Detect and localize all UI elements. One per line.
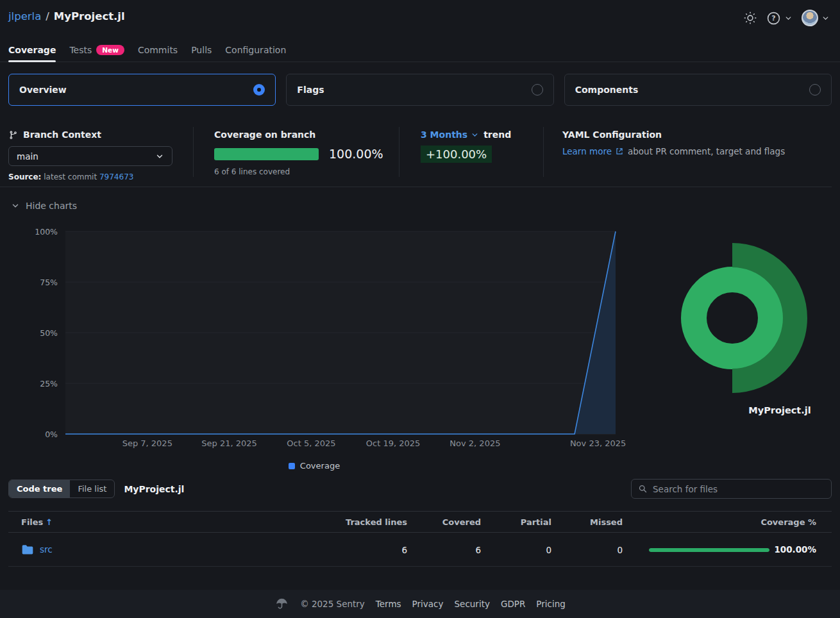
tab-coverage[interactable]: Coverage bbox=[8, 38, 56, 62]
folder-icon bbox=[21, 544, 34, 555]
file-search-box[interactable] bbox=[631, 479, 832, 499]
breadcrumb: jlperla / MyProject.jl bbox=[8, 10, 125, 22]
coverage-on-branch-section: Coverage on branch 100.00% 6 of 6 lines … bbox=[214, 129, 387, 176]
divider bbox=[399, 127, 399, 177]
display-mode-switch: Code tree File list bbox=[8, 480, 115, 498]
code-tree-tab[interactable]: Code tree bbox=[9, 480, 70, 497]
table-row-src: src 6 6 0 0 100.00% bbox=[8, 533, 832, 567]
footer-link-gdpr[interactable]: GDPR bbox=[501, 599, 525, 609]
x-axis-tick: Nov 23, 2025 bbox=[570, 438, 626, 448]
breadcrumb-owner-link[interactable]: jlperla bbox=[8, 10, 41, 22]
hide-charts-toggle[interactable]: Hide charts bbox=[11, 201, 77, 211]
coverage-progress-bar bbox=[214, 148, 319, 160]
footer-link-security[interactable]: Security bbox=[455, 599, 490, 609]
file-search-input[interactable] bbox=[653, 484, 825, 494]
files-table-header: Files↑ Tracked lines Covered Partial Mis… bbox=[8, 511, 832, 533]
coverage-on-branch-title: Coverage on branch bbox=[214, 129, 315, 140]
column-header-missed[interactable]: Missed bbox=[590, 517, 623, 527]
file-list-tab[interactable]: File list bbox=[70, 480, 114, 497]
help-menu-button[interactable]: ? bbox=[766, 11, 793, 26]
chevron-down-icon bbox=[784, 14, 793, 22]
divider bbox=[543, 127, 544, 177]
tab-pulls[interactable]: Pulls bbox=[191, 38, 212, 62]
column-header-covered[interactable]: Covered bbox=[442, 517, 481, 527]
row-coverage-bar bbox=[649, 548, 769, 552]
radio-selected-icon[interactable] bbox=[253, 84, 265, 96]
view-card-components[interactable]: Components bbox=[564, 74, 832, 106]
y-axis-tick: 75% bbox=[40, 278, 58, 287]
coverage-detail: 6 of 6 lines covered bbox=[214, 167, 387, 176]
sort-ascending-icon: ↑ bbox=[46, 517, 53, 527]
git-branch-icon bbox=[8, 130, 18, 140]
branch-context-section: Branch Context main Source: latest commi… bbox=[8, 129, 193, 181]
sunburst-ring-MyProject.jl[interactable] bbox=[694, 280, 771, 356]
column-header-tracked-lines[interactable]: Tracked lines bbox=[346, 517, 407, 527]
column-header-coverage[interactable]: Coverage % bbox=[760, 517, 816, 527]
avatar bbox=[802, 10, 818, 26]
x-axis-tick: Sep 7, 2025 bbox=[122, 438, 172, 448]
footer-link-privacy[interactable]: Privacy bbox=[412, 599, 444, 609]
learn-more-link[interactable]: Learn more bbox=[562, 146, 624, 156]
y-axis-tick: 0% bbox=[45, 430, 58, 439]
cell-partial: 0 bbox=[546, 545, 551, 555]
view-card-flags[interactable]: Flags bbox=[286, 74, 553, 106]
branch-select-dropdown[interactable]: main bbox=[8, 146, 172, 166]
tab-tests[interactable]: Tests New bbox=[69, 38, 124, 62]
header-actions: ? bbox=[743, 10, 830, 26]
cell-covered: 6 bbox=[475, 545, 481, 555]
y-axis-tick: 50% bbox=[40, 328, 58, 338]
column-header-partial[interactable]: Partial bbox=[521, 517, 551, 527]
commit-link[interactable]: 7974673 bbox=[99, 172, 133, 181]
footer-link-terms[interactable]: Terms bbox=[376, 599, 401, 609]
breadcrumb-repo: MyProject.jl bbox=[54, 10, 125, 22]
yaml-config-text: about PR comment, target and flags bbox=[628, 146, 785, 156]
app-root: jlperla / MyProject.jl ? bbox=[0, 0, 840, 618]
sunburst-label: MyProject.jl bbox=[741, 405, 819, 415]
trend-period-dropdown[interactable]: 3 Months bbox=[421, 129, 479, 140]
x-axis-tick: Sep 21, 2025 bbox=[201, 438, 257, 448]
cell-coverage-percent: 100.00% bbox=[774, 544, 816, 555]
file-explorer-repo-label: MyProject.jl bbox=[124, 484, 184, 494]
radio-unselected-icon[interactable] bbox=[532, 84, 543, 96]
radio-unselected-icon[interactable] bbox=[809, 84, 821, 96]
cell-missed: 0 bbox=[617, 545, 623, 555]
y-axis-tick: 100% bbox=[35, 227, 58, 237]
repo-nav-tabs: Coverage Tests New Commits Pulls Configu… bbox=[0, 38, 840, 62]
codecov-umbrella-logo bbox=[274, 597, 289, 611]
x-axis-tick: Oct 19, 2025 bbox=[366, 438, 421, 448]
folder-link-src[interactable]: src bbox=[21, 544, 53, 555]
tab-configuration[interactable]: Configuration bbox=[225, 38, 286, 62]
branch-selected-value: main bbox=[17, 151, 38, 162]
cell-tracked-lines: 6 bbox=[401, 545, 407, 555]
user-menu-button[interactable] bbox=[802, 10, 830, 26]
coverage-sunburst-chart[interactable] bbox=[654, 238, 811, 397]
legend-label: Coverage bbox=[300, 461, 340, 471]
coverage-percent-value: 100.00% bbox=[329, 147, 383, 161]
external-link-icon bbox=[615, 147, 624, 156]
files-table: Files↑ Tracked lines Covered Partial Mis… bbox=[8, 511, 832, 567]
x-axis-tick: Nov 2, 2025 bbox=[449, 438, 500, 448]
help-icon: ? bbox=[766, 11, 781, 26]
coverage-trend-chart[interactable]: 100%75%50%25%0%Sep 7, 2025Sep 21, 2025Oc… bbox=[0, 224, 628, 456]
tab-commits[interactable]: Commits bbox=[138, 38, 178, 62]
yaml-config-section: YAML Configuration Learn more about PR c… bbox=[562, 129, 832, 156]
footer-link-pricing[interactable]: Pricing bbox=[536, 599, 566, 609]
new-badge: New bbox=[96, 45, 124, 55]
chevron-down-icon bbox=[155, 152, 164, 161]
svg-text:?: ? bbox=[771, 14, 775, 22]
divider bbox=[193, 127, 194, 177]
page-footer: © 2025 Sentry Terms Privacy Security GDP… bbox=[0, 590, 840, 618]
chevron-down-icon bbox=[11, 201, 20, 210]
hide-charts-label: Hide charts bbox=[26, 201, 77, 211]
branch-source-line: Source: latest commit 7974673 bbox=[8, 172, 193, 181]
coverage-summary-band: Branch Context main Source: latest commi… bbox=[0, 119, 832, 187]
file-explorer-bar: Code tree File list MyProject.jl bbox=[8, 479, 832, 499]
search-icon bbox=[638, 484, 648, 494]
yaml-config-title: YAML Configuration bbox=[562, 129, 662, 140]
chart-legend[interactable]: Coverage bbox=[0, 461, 628, 471]
y-axis-tick: 25% bbox=[40, 379, 58, 388]
view-card-overview[interactable]: Overview bbox=[8, 74, 276, 106]
column-header-files[interactable]: Files↑ bbox=[21, 517, 53, 527]
sun-icon bbox=[743, 11, 757, 25]
theme-toggle-button[interactable] bbox=[743, 11, 757, 25]
